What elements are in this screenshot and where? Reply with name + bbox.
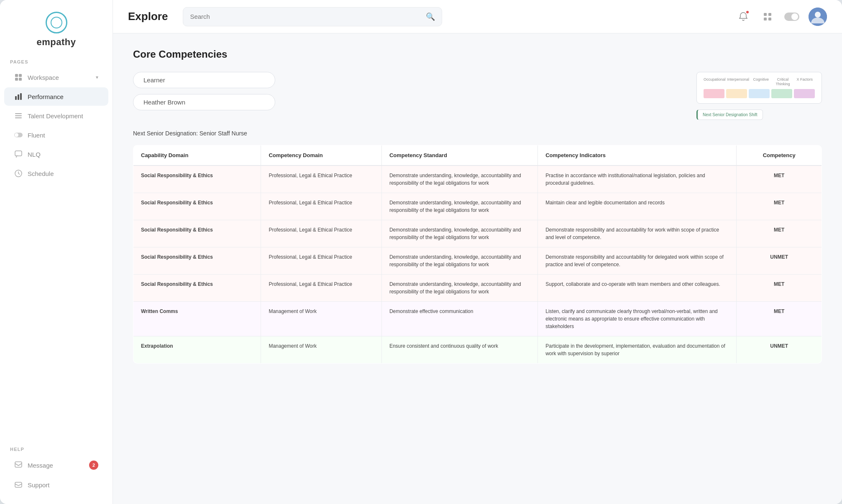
capability-cell: Social Responsibility & Ethics <box>133 193 261 220</box>
status-badge: MET <box>737 274 822 301</box>
sidebar-item-label: Message <box>28 462 53 469</box>
sidebar-item-label: Performance <box>28 93 64 100</box>
svg-rect-18 <box>764 18 767 20</box>
capability-cell: Social Responsibility & Ethics <box>133 165 261 193</box>
sidebar-item-label: Schedule <box>28 170 54 177</box>
notification-button[interactable] <box>736 9 751 24</box>
svg-rect-7 <box>15 113 22 114</box>
theme-toggle[interactable] <box>784 13 799 21</box>
learner-selector[interactable]: Learner <box>133 72 275 88</box>
search-input[interactable] <box>190 13 422 20</box>
svg-rect-6 <box>20 93 22 100</box>
sidebar-item-label: Workspace <box>28 74 59 81</box>
matrix-cell-critical <box>771 89 792 98</box>
search-bar[interactable]: 🔍 <box>183 7 442 26</box>
matrix-header-cognitive: Cognitive <box>751 77 771 87</box>
capability-cell: Social Responsibility & Ethics <box>133 220 261 247</box>
sidebar-item-label: Talent Development <box>28 112 83 120</box>
sidebar-item-schedule[interactable]: Schedule <box>4 164 108 183</box>
indicators-cell: Demonstrate responsibility and accountab… <box>538 247 737 274</box>
competency-domain-cell: Management of Work <box>261 336 381 363</box>
matrix-header-xfactors: X Factors <box>795 77 815 87</box>
logo-text: empathy <box>37 37 76 48</box>
message-icon <box>14 461 23 469</box>
notification-dot <box>745 10 750 14</box>
status-badge: UNMET <box>737 247 822 274</box>
status-badge: UNMET <box>737 336 822 363</box>
page-title: Core Competencies <box>133 48 822 60</box>
svg-rect-9 <box>15 117 22 118</box>
pages-section-label: PAGES <box>0 59 113 68</box>
indicators-cell: Maintain clear and legible documentation… <box>538 193 737 220</box>
standard-cell: Demonstrate understanding, knowledge, ac… <box>381 220 537 247</box>
sidebar-item-fluent[interactable]: Fluent <box>4 126 108 144</box>
table-row: Social Responsibility & EthicsProfession… <box>133 165 822 193</box>
matrix-cell-xfactors <box>794 89 815 98</box>
indicators-cell: Demonstrate responsibility and accountab… <box>538 220 737 247</box>
svg-point-21 <box>815 12 821 18</box>
sidebar: empathy PAGES Workspace ▾ <box>0 0 113 504</box>
svg-point-11 <box>15 133 18 137</box>
status-badge: MET <box>737 301 822 336</box>
indicators-cell: Support, collaborate and co-operate with… <box>538 274 737 301</box>
content-area: Core Competencies Learner Heather Brown … <box>113 33 842 504</box>
competency-domain-cell: Professional, Legal & Ethical Practice <box>261 274 381 301</box>
apps-icon[interactable] <box>760 9 775 24</box>
sidebar-item-label: NLQ <box>28 151 41 158</box>
col-header-competency: Competency <box>737 145 822 165</box>
capability-cell: Extrapolation <box>133 336 261 363</box>
table-row: ExtrapolationManagement of WorkEnsure co… <box>133 336 822 363</box>
person-selector[interactable]: Heather Brown <box>133 94 275 110</box>
table-row: Written CommsManagement of WorkDemonstra… <box>133 301 822 336</box>
col-header-capability: Capability Domain <box>133 145 261 165</box>
table-row: Social Responsibility & EthicsProfession… <box>133 220 822 247</box>
competency-domain-cell: Professional, Legal & Ethical Practice <box>261 165 381 193</box>
mail-icon <box>14 481 23 489</box>
standard-cell: Demonstrate understanding, knowledge, ac… <box>381 165 537 193</box>
sidebar-item-support[interactable]: Support <box>4 476 108 494</box>
competency-domain-cell: Professional, Legal & Ethical Practice <box>261 193 381 220</box>
capability-cell: Written Comms <box>133 301 261 336</box>
svg-rect-4 <box>15 96 17 100</box>
sidebar-item-nlq[interactable]: NLQ <box>4 145 108 163</box>
matrix-colors <box>704 89 815 98</box>
sidebar-item-talent-development[interactable]: Talent Development <box>4 107 108 125</box>
chat-icon <box>14 150 23 158</box>
search-icon: 🔍 <box>426 12 435 21</box>
sidebar-item-label: Fluent <box>28 132 45 139</box>
sidebar-item-performance[interactable]: Performance <box>4 87 108 106</box>
standard-cell: Demonstrate understanding, knowledge, ac… <box>381 274 537 301</box>
svg-rect-5 <box>18 94 19 100</box>
toggle-icon <box>14 131 23 139</box>
table-row: Social Responsibility & EthicsProfession… <box>133 193 822 220</box>
topbar-actions <box>736 8 827 26</box>
standard-cell: Ensure consistent and continuous quality… <box>381 336 537 363</box>
status-badge: MET <box>737 165 822 193</box>
sidebar-item-label: Support <box>28 481 50 489</box>
main-area: Explore 🔍 <box>113 0 842 504</box>
clock-icon <box>14 169 23 178</box>
next-designation-text: Next Senior Designation: Senior Staff Nu… <box>133 130 822 137</box>
sidebar-item-workspace[interactable]: Workspace ▾ <box>4 68 108 87</box>
designation-badge: Next Senior Designation Shift <box>696 109 763 120</box>
col-header-competency-domain: Competency Domain <box>261 145 381 165</box>
sidebar-item-message[interactable]: Message 2 <box>4 456 108 475</box>
avatar[interactable] <box>809 8 827 26</box>
indicators-cell: Practise in accordance with institutiona… <box>538 165 737 193</box>
grid-icon <box>14 73 23 81</box>
logo-icon <box>46 12 67 33</box>
col-header-standard: Competency Standard <box>381 145 537 165</box>
table-row: Social Responsibility & EthicsProfession… <box>133 274 822 301</box>
svg-rect-1 <box>19 74 22 77</box>
svg-rect-12 <box>15 151 22 156</box>
competency-table: Capability Domain Competency Domain Comp… <box>133 145 822 364</box>
filter-selectors: Learner Heather Brown <box>133 72 275 110</box>
topbar-title: Explore <box>128 10 168 23</box>
matrix-header-critical: Critical Thinking <box>773 77 793 87</box>
svg-rect-17 <box>768 13 771 16</box>
competency-domain-cell: Professional, Legal & Ethical Practice <box>261 220 381 247</box>
standard-cell: Demonstrate understanding, knowledge, ac… <box>381 193 537 220</box>
standard-cell: Demonstrate understanding, knowledge, ac… <box>381 247 537 274</box>
svg-rect-19 <box>768 18 771 20</box>
chevron-down-icon: ▾ <box>96 74 98 80</box>
